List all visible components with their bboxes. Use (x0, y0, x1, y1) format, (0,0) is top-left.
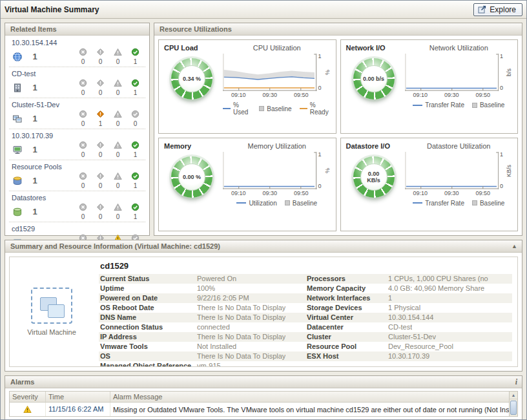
status-cell-critical[interactable]: 0 (92, 203, 109, 220)
network-chart[interactable] (405, 54, 499, 91)
related-item-row[interactable]: 10.30.170.3910001 (9, 129, 145, 160)
summary-label: OS (99, 352, 197, 361)
column-header-severity[interactable]: Severity (10, 392, 46, 402)
status-cell-warning[interactable]: 0 (109, 141, 127, 158)
related-item-name[interactable]: Cluster-51-Dev (12, 101, 144, 109)
chart-legend: Transfer RateBaseline (405, 200, 513, 207)
summary-value: Not Installed (197, 342, 236, 352)
status-count: 1 (134, 182, 138, 189)
datastore-gauge[interactable]: 0.00 KB/s (353, 156, 395, 198)
x-tick: 09:10 (413, 92, 428, 98)
status-cell-warning[interactable]: 0 (109, 48, 127, 65)
status-cell-normal[interactable]: 1 (127, 203, 144, 220)
network-gauge[interactable]: 0.00 b/s (353, 58, 395, 100)
memory-chart[interactable] (223, 152, 317, 189)
memory-gauge[interactable]: 0.00 % (171, 156, 212, 198)
related-items-panel: Related Items 10.30.154.14410001CD-test1… (5, 23, 150, 236)
status-cell-critical[interactable]: 0 (92, 141, 109, 158)
alarm-time: 11/15/16 6:22 AM (46, 403, 110, 416)
summary-value: Dev_Resource_Pool (388, 342, 453, 352)
related-item-name[interactable]: 10.30.154.144 (12, 39, 144, 47)
status-cell-warning[interactable]: 0 (109, 110, 127, 127)
status-cell-fatal[interactable]: 0 (74, 141, 92, 158)
summary-row: OS Reboot DateThere Is No Data To Displa… (99, 303, 305, 313)
status-cell-warning[interactable]: 0 (109, 172, 127, 189)
summary-value: Powered On (197, 274, 236, 284)
related-item-row[interactable]: Resource Pools10001 (9, 160, 145, 191)
related-item-name[interactable]: 10.30.170.39 (12, 132, 144, 140)
summary-value: 1 Physical (388, 303, 420, 313)
legend-box-marker (285, 200, 290, 205)
status-cell-fatal[interactable]: 0 (74, 110, 92, 127)
gauge-value: 0.00 b/s (363, 76, 384, 82)
alarms-scrollbar[interactable]: ▲ (509, 392, 517, 416)
related-item-name[interactable]: Resource Pools (12, 163, 144, 171)
status-cell-normal[interactable]: 1 (127, 48, 144, 65)
summary-row: Connection Statusconnected (99, 322, 305, 332)
fatal-status-icon (79, 141, 87, 151)
column-header-alarm-message[interactable]: Alarm Message (110, 392, 509, 402)
related-item-row[interactable]: 10.30.154.14410001 (9, 36, 145, 67)
fatal-status-icon (79, 203, 87, 213)
related-item-count: 1 (25, 207, 45, 216)
legend-item: Baseline (285, 200, 317, 207)
fatal-status-icon (79, 110, 87, 120)
status-cell-normal[interactable]: 1 (127, 172, 144, 189)
related-item-name[interactable]: CD-test (12, 70, 144, 78)
warning-status-icon (114, 110, 122, 120)
warning-status-icon (114, 203, 122, 213)
chart-title: Network Utilization (405, 44, 513, 52)
summary-label: Network Interfaces (305, 293, 388, 303)
datastore-chart[interactable] (405, 152, 499, 189)
related-item-row[interactable]: Datastores10001 (9, 191, 145, 222)
status-cell-normal[interactable]: 0 (127, 110, 144, 127)
info-icon[interactable]: i (515, 376, 517, 388)
related-item-row[interactable]: Cluster-51-Dev10100 (9, 98, 145, 129)
status-cell-critical[interactable]: 0 (92, 48, 109, 65)
related-item-name[interactable]: cd1529 (12, 225, 144, 233)
summary-row: Memory Capacity4.0 GB: 40,960 Memory Sha… (305, 284, 512, 293)
scrollbar-up-arrow-icon[interactable]: ▲ (510, 392, 517, 399)
status-count: 0 (99, 89, 103, 96)
alarm-row[interactable]: 11/15/16 6:22 AMMissing or Outdated VMwa… (10, 403, 509, 416)
status-cell-critical[interactable]: 1 (92, 110, 109, 127)
status-cell-normal[interactable]: 1 (127, 79, 144, 96)
related-item-row[interactable]: CD-test10001 (9, 67, 145, 98)
legend-item: % Used (223, 101, 251, 116)
column-header-time[interactable]: Time (46, 392, 110, 402)
summary-row: Current StatusPowered On (99, 274, 305, 284)
explore-button[interactable]: Explore (473, 3, 522, 16)
summary-label: Datacenter (305, 322, 388, 332)
status-cell-warning[interactable]: 0 (109, 79, 127, 96)
summary-label: IP Address (99, 332, 197, 342)
status-cell-normal[interactable]: 1 (127, 141, 144, 158)
cpu-gauge[interactable]: 0.34 % (171, 58, 212, 100)
status-cell-warning[interactable]: 0 (109, 203, 127, 220)
alarms-panel: Alarms i Severity Time Alarm Message 11/… (5, 375, 522, 420)
status-count: 1 (134, 89, 138, 96)
summary-row: OSThere Is No Data To Display (99, 352, 305, 361)
x-axis: 09:1009:3009:50 (405, 91, 499, 98)
status-cell-fatal[interactable]: 0 (74, 172, 92, 189)
x-tick: 09:30 (444, 190, 459, 196)
y-tick-min: 0 (500, 85, 505, 91)
scrollbar-thumb[interactable] (510, 401, 517, 415)
warning-status-icon (114, 172, 122, 182)
status-cell-critical[interactable]: 0 (92, 79, 109, 96)
status-count: 0 (99, 182, 103, 189)
status-cell-fatal[interactable]: 0 (74, 48, 92, 65)
cpu-chart[interactable] (223, 54, 317, 91)
summary-header: Summary and Resource Information (Virtua… (5, 240, 522, 253)
summary-right-column: Processors1 CPUs, 1,000 CPU Shares (noMe… (305, 274, 512, 367)
related-item-name[interactable]: Datastores (12, 194, 144, 202)
x-tick: 09:50 (475, 190, 490, 196)
status-cell-fatal[interactable]: 0 (74, 79, 92, 96)
summary-body: Virtual Machine cd1529 Current StatusPow… (9, 257, 518, 367)
status-cell-critical[interactable]: 0 (92, 172, 109, 189)
collapse-icon[interactable]: ▲ (512, 240, 517, 252)
summary-panel: Summary and Resource Information (Virtua… (5, 240, 522, 372)
status-cell-fatal[interactable]: 0 (74, 203, 92, 220)
chart-title: CPU Utilization (223, 44, 331, 52)
status-count: 1 (134, 151, 138, 158)
status-count: 0 (81, 182, 85, 189)
